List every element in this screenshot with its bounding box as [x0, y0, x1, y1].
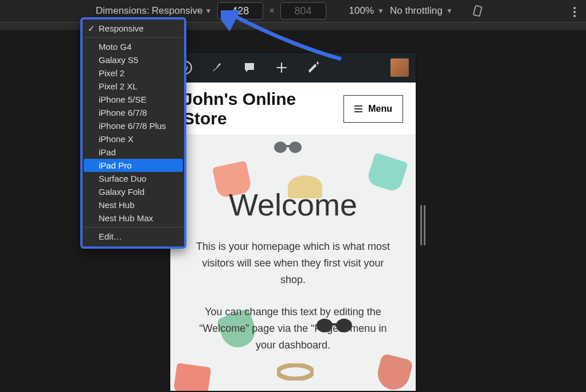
device-option-label: iPad Pro	[99, 160, 132, 170]
tshirt-graphic-icon	[173, 363, 211, 391]
menu-button-label: Menu	[368, 104, 392, 114]
hero-paragraph: You can change this text by editing the …	[189, 304, 397, 353]
device-option-label: Pixel 2 XL	[99, 81, 138, 91]
more-options-button[interactable]	[573, 7, 576, 17]
device-option[interactable]: Surface Duo	[84, 172, 183, 185]
device-option[interactable]: iPhone 6/7/8	[84, 106, 183, 119]
device-option-highlighted[interactable]: iPad Pro	[84, 159, 183, 172]
device-option[interactable]: iPhone 5/SE	[84, 93, 183, 106]
device-option[interactable]: Pixel 2	[84, 66, 183, 80]
kebab-icon	[573, 7, 576, 17]
device-option-label: iPad	[99, 147, 116, 157]
device-option[interactable]: Galaxy Fold	[84, 185, 183, 198]
hero-content: Welcome This is your homepage which is w…	[170, 135, 416, 354]
hero-section: Welcome This is your homepage which is w…	[170, 135, 416, 391]
dropdown-caret-icon: ▼	[446, 7, 453, 15]
menu-divider	[84, 37, 183, 38]
annotation-arrow-icon	[221, 10, 353, 68]
device-option-responsive[interactable]: Responsive	[84, 22, 183, 35]
device-option-label: Pixel 2	[99, 68, 124, 78]
dimensions-value: Responsive	[152, 5, 203, 17]
device-option[interactable]: Pixel 2 XL	[84, 80, 183, 93]
menu-divider	[84, 227, 183, 228]
device-option[interactable]: Galaxy S5	[84, 53, 183, 66]
hero-paragraph: This is your homepage which is what most…	[189, 238, 397, 288]
svg-point-8	[278, 365, 312, 379]
hero-heading: Welcome	[189, 187, 397, 222]
site-header: John's Online Store Menu	[170, 83, 416, 135]
device-option[interactable]: Nest Hub Max	[84, 211, 183, 225]
rotate-device-icon[interactable]	[471, 5, 484, 17]
throttling-value: No throttling	[390, 5, 443, 17]
resize-handle[interactable]	[420, 205, 427, 245]
belt-graphic-icon	[277, 363, 314, 381]
device-option-label: Nest Hub Max	[99, 213, 153, 223]
device-option[interactable]: iPad	[84, 146, 183, 159]
hamburger-icon	[354, 105, 362, 112]
device-option-label: Galaxy S5	[99, 55, 138, 65]
device-option-label: Moto G4	[99, 42, 132, 52]
device-option-label: Responsive	[99, 23, 143, 33]
device-option[interactable]: iPhone 6/7/8 Plus	[84, 119, 183, 132]
menu-button[interactable]: Menu	[343, 95, 403, 123]
device-frame: John's Online Store Menu	[170, 53, 416, 391]
device-option-label: iPhone X	[99, 134, 134, 144]
device-option-label: Edit…	[99, 232, 122, 241]
dropdown-caret-icon: ▼	[377, 7, 384, 15]
device-option-label: iPhone 5/SE	[99, 95, 146, 104]
device-option-label: iPhone 6/7/8	[99, 108, 147, 117]
device-option-label: iPhone 6/7/8 Plus	[99, 121, 166, 131]
site-title[interactable]: John's Online Store	[183, 89, 343, 128]
device-dropdown-menu: Responsive Moto G4 Galaxy S5 Pixel 2 Pix…	[80, 17, 186, 249]
device-option-edit[interactable]: Edit…	[84, 230, 183, 243]
device-option-label: Surface Duo	[99, 174, 146, 183]
device-option[interactable]: Nest Hub	[84, 198, 183, 211]
user-avatar[interactable]	[390, 58, 409, 77]
dimensions-label-text: Dimensions:	[96, 5, 150, 17]
zoom-value: 100%	[349, 5, 374, 17]
svg-rect-0	[473, 6, 482, 17]
device-option[interactable]: Moto G4	[84, 40, 183, 53]
dimensions-dropdown[interactable]: Dimensions: Responsive ▼	[96, 5, 212, 17]
device-option-label: Nest Hub	[99, 200, 135, 210]
device-option-label: Galaxy Fold	[99, 187, 144, 197]
device-option[interactable]: iPhone X	[84, 132, 183, 146]
throttling-dropdown[interactable]: No throttling ▼	[390, 5, 453, 17]
hoodie-graphic-icon	[374, 353, 413, 391]
dropdown-caret-icon: ▼	[205, 7, 212, 15]
zoom-dropdown[interactable]: 100% ▼	[349, 5, 384, 17]
